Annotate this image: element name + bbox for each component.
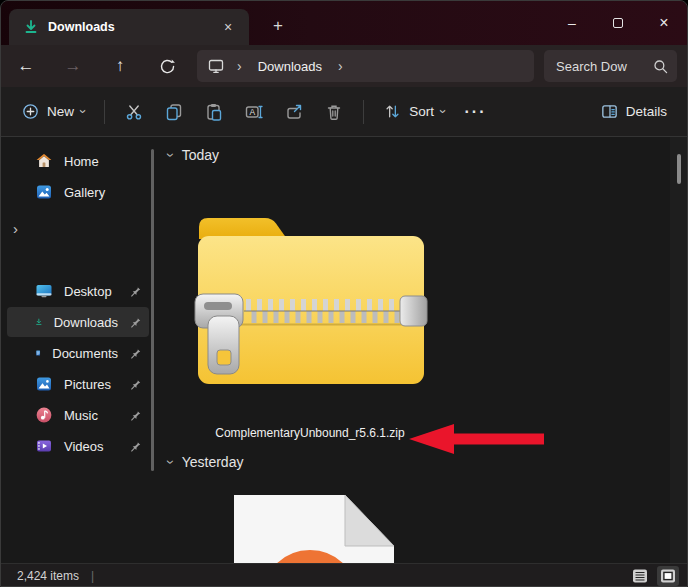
svg-text:A: A [250, 107, 256, 117]
refresh-button[interactable] [150, 50, 184, 82]
scissors-icon [124, 102, 144, 122]
back-button[interactable]: ← [9, 50, 43, 82]
new-button-label: New [47, 104, 74, 119]
large-icons-view-button[interactable] [657, 566, 679, 586]
command-bar: New › A [1, 87, 687, 137]
copy-button[interactable] [154, 95, 194, 129]
toolbar-divider [104, 100, 105, 124]
cut-button[interactable] [114, 95, 154, 129]
sidebar-expander-chevron[interactable]: › [1, 215, 161, 241]
status-divider: | [91, 569, 94, 583]
scrollbar-thumb[interactable] [677, 154, 681, 184]
sort-icon [383, 102, 402, 121]
forward-button[interactable]: → [56, 50, 90, 82]
rename-button[interactable]: A [234, 95, 274, 129]
maximize-icon [613, 18, 623, 28]
navigation-bar: ← → ↑ › Downloads › Search Dow [1, 45, 687, 87]
share-button[interactable] [274, 95, 314, 129]
address-bar[interactable]: › Downloads › [197, 50, 534, 82]
circle-plus-icon [21, 102, 40, 121]
sidebar-item-gallery[interactable]: Gallery [7, 177, 149, 207]
chevron-down-icon: › [76, 109, 91, 113]
ellipsis-icon: ··· [464, 103, 486, 121]
toolbar-divider [363, 100, 364, 124]
details-view-button[interactable] [629, 566, 651, 586]
sidebar-item-label: Documents [52, 346, 118, 361]
chevron-down-icon: › [163, 153, 179, 158]
group-header-yesterday[interactable]: › Yesterday [169, 454, 243, 470]
details-button-label: Details [626, 104, 667, 119]
pin-icon [129, 378, 141, 390]
list-view-icon [632, 568, 648, 584]
group-label: Yesterday [182, 454, 244, 470]
tab-close-button[interactable]: × [217, 16, 239, 38]
yesterday-file-item[interactable] [234, 495, 394, 563]
file-list-area: › Today [161, 137, 687, 563]
details-button[interactable]: Details [590, 95, 677, 128]
gallery-icon [35, 183, 53, 201]
sidebar-item-label: Pictures [64, 377, 111, 392]
download-icon [35, 313, 43, 331]
new-tab-button[interactable]: + [263, 11, 293, 41]
sidebar-item-label: Gallery [64, 185, 105, 200]
file-explorer-window: Downloads × + – × ← → ↑ [0, 0, 688, 587]
this-pc-icon [207, 57, 225, 75]
breadcrumb-downloads[interactable]: Downloads [254, 57, 326, 76]
zip-file-item[interactable] [194, 201, 428, 389]
music-icon [35, 406, 53, 424]
navigation-pane: Home Gallery › Desk [1, 137, 161, 563]
up-button[interactable]: ↑ [103, 50, 137, 82]
search-text: Search Dow [556, 59, 652, 74]
sidebar-item-pictures[interactable]: Pictures [7, 369, 149, 399]
sidebar-item-desktop[interactable]: Desktop [7, 276, 149, 306]
sidebar-item-label: Videos [64, 439, 104, 454]
status-bar: 2,424 items | [1, 563, 687, 587]
pin-icon [129, 285, 141, 297]
sidebar-item-label: Downloads [54, 315, 118, 330]
documents-icon [35, 344, 41, 362]
sidebar-item-label: Desktop [64, 284, 112, 299]
sidebar-item-videos[interactable]: Videos [7, 431, 149, 461]
more-options-button[interactable]: ··· [455, 95, 495, 129]
search-input[interactable]: Search Dow [544, 50, 677, 82]
title-bar: Downloads × + – × [1, 1, 687, 45]
chevron-down-icon: › [436, 109, 451, 113]
sidebar-item-home[interactable]: Home [7, 146, 149, 176]
delete-button[interactable] [314, 95, 354, 129]
new-button[interactable]: New › [11, 95, 95, 128]
pin-icon [129, 440, 141, 452]
group-label: Today [182, 147, 219, 163]
paste-button[interactable] [194, 95, 234, 129]
sidebar-item-music[interactable]: Music [7, 400, 149, 430]
desktop-icon [35, 282, 53, 300]
maximize-button[interactable] [595, 1, 641, 45]
sidebar-item-documents[interactable]: Documents [7, 338, 149, 368]
group-header-today[interactable]: › Today [169, 147, 219, 163]
tab-title: Downloads [48, 20, 208, 34]
items-count: 2,424 items [17, 569, 79, 583]
breadcrumb-separator[interactable]: › [330, 58, 351, 74]
sidebar-scrollbar[interactable] [151, 149, 154, 471]
sidebar-item-downloads[interactable]: Downloads [7, 307, 149, 337]
minimize-button[interactable]: – [549, 1, 595, 45]
videos-icon [35, 437, 53, 455]
scrollbar-track[interactable] [670, 137, 687, 563]
sidebar-gap [1, 241, 161, 275]
tab-downloads[interactable]: Downloads × [9, 9, 249, 45]
sidebar-item-label: Music [64, 408, 98, 423]
details-pane-icon [600, 102, 619, 121]
sort-button-label: Sort [409, 104, 434, 119]
pin-icon [129, 316, 141, 328]
document-icon [234, 495, 394, 563]
zip-file-name[interactable]: ComplementaryUnbound_r5.6.1.zip [184, 426, 436, 440]
breadcrumb-separator: › [229, 58, 250, 74]
sidebar-item-label: Home [64, 154, 99, 169]
sort-button[interactable]: Sort › [373, 95, 455, 128]
download-icon [23, 19, 39, 35]
close-button[interactable]: × [641, 1, 687, 45]
red-arrow-annotation [409, 424, 544, 454]
copy-icon [164, 102, 184, 122]
zip-folder-icon [194, 201, 428, 389]
rename-icon: A [244, 102, 264, 122]
paste-icon [204, 102, 224, 122]
